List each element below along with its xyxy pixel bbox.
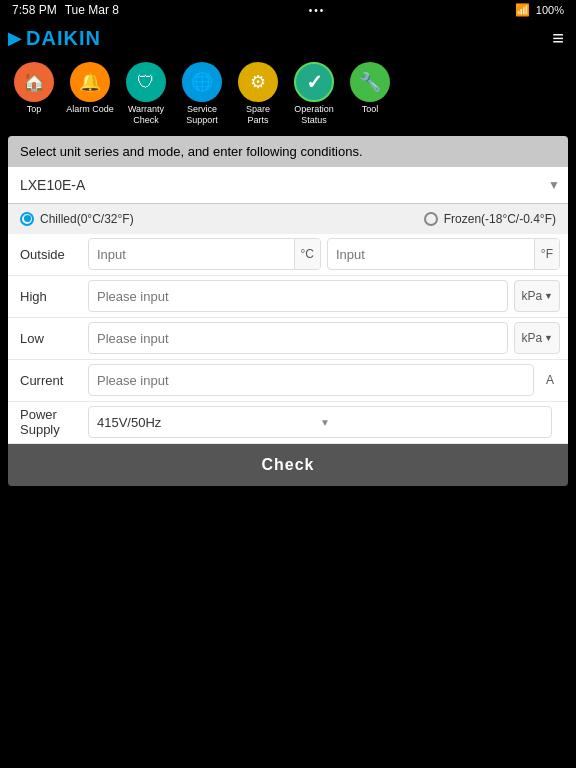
high-input[interactable] [88, 280, 508, 312]
outside-celsius-group[interactable]: °C [88, 238, 321, 270]
power-supply-select[interactable]: 415V/50Hz ▼ [88, 406, 552, 438]
outside-row: Outside °C °F [8, 234, 568, 276]
unit-selector[interactable]: LXE10E-A [16, 167, 548, 203]
app-logo: ▶ DAIKIN [8, 27, 101, 50]
outside-inputs: °C °F [88, 238, 568, 270]
logo-text: DAIKIN [26, 27, 101, 50]
nav-item-service-support[interactable]: 🌐 ServiceSupport [176, 62, 228, 126]
main-content: Select unit series and mode, and enter f… [8, 136, 568, 486]
top-icon: 🏠 [14, 62, 54, 102]
nav-label-alarm-code: Alarm Code [66, 104, 114, 115]
info-banner: Select unit series and mode, and enter f… [8, 136, 568, 167]
current-unit-label: A [540, 373, 560, 387]
high-label: High [8, 289, 88, 304]
frozen-radio[interactable] [424, 212, 438, 226]
mode-row: Chilled(0°C/32°F) Frozen(-18°C/-0.4°F) [8, 204, 568, 234]
low-unit-select[interactable]: kPa ▼ [514, 322, 560, 354]
chilled-label: Chilled(0°C/32°F) [40, 212, 134, 226]
service-support-icon: 🌐 [182, 62, 222, 102]
nav-label-top: Top [27, 104, 42, 115]
status-day: Tue Mar 8 [65, 3, 119, 17]
power-supply-label: Power Supply [8, 407, 88, 437]
chilled-mode-option[interactable]: Chilled(0°C/32°F) [20, 212, 134, 226]
low-label: Low [8, 331, 88, 346]
status-dots: ••• [309, 5, 326, 16]
nav-label-spare-parts: SpareParts [246, 104, 270, 126]
nav-label-operation-status: OperationStatus [294, 104, 334, 126]
battery-indicator: 100% [536, 4, 564, 16]
high-unit-label: kPa [521, 289, 542, 303]
frozen-label: Frozen(-18°C/-0.4°F) [444, 212, 556, 226]
outside-fahrenheit-input[interactable] [328, 243, 534, 266]
outside-fahrenheit-group[interactable]: °F [327, 238, 560, 270]
nav-item-spare-parts[interactable]: ⚙ SpareParts [232, 62, 284, 126]
wifi-icon: 📶 [515, 3, 530, 17]
celsius-unit: °C [294, 239, 320, 269]
nav-label-tool: Tool [362, 104, 379, 115]
current-input[interactable] [88, 364, 534, 396]
frozen-mode-option[interactable]: Frozen(-18°C/-0.4°F) [424, 212, 556, 226]
current-row: Current A [8, 360, 568, 402]
high-unit-arrow-icon: ▼ [544, 291, 553, 301]
high-unit-select[interactable]: kPa ▼ [514, 280, 560, 312]
spare-parts-icon: ⚙ [238, 62, 278, 102]
unit-selector-row[interactable]: LXE10E-A ▼ [8, 167, 568, 204]
outside-celsius-input[interactable] [89, 243, 294, 266]
tool-icon: 🔧 [350, 62, 390, 102]
status-time: 7:58 PM [12, 3, 57, 17]
hamburger-menu-button[interactable]: ≡ [552, 27, 564, 50]
nav-label-warranty-check: WarrantyCheck [128, 104, 164, 126]
nav-item-operation-status[interactable]: ✓ OperationStatus [288, 62, 340, 126]
low-input[interactable] [88, 322, 508, 354]
nav-item-tool[interactable]: 🔧 Tool [344, 62, 396, 115]
check-button[interactable]: Check [8, 444, 568, 486]
low-unit-arrow-icon: ▼ [544, 333, 553, 343]
high-row: High kPa ▼ [8, 276, 568, 318]
power-supply-value: 415V/50Hz [97, 415, 320, 430]
operation-status-icon: ✓ [294, 62, 334, 102]
nav-item-alarm-code[interactable]: 🔔 Alarm Code [64, 62, 116, 115]
nav-item-top[interactable]: 🏠 Top [8, 62, 60, 115]
nav-label-service-support: ServiceSupport [186, 104, 218, 126]
outside-label: Outside [8, 247, 88, 262]
nav-bar: 🏠 Top 🔔 Alarm Code 🛡 WarrantyCheck 🌐 Ser… [0, 56, 576, 132]
unit-selector-arrow-icon: ▼ [548, 178, 560, 192]
app-header: ▶ DAIKIN ≡ [0, 20, 576, 56]
logo-chevron-icon: ▶ [8, 27, 22, 49]
form-section: Outside °C °F High kPa ▼ [8, 234, 568, 444]
warranty-check-icon: 🛡 [126, 62, 166, 102]
alarm-code-icon: 🔔 [70, 62, 110, 102]
low-unit-label: kPa [521, 331, 542, 345]
power-supply-arrow-icon: ▼ [320, 417, 543, 428]
chilled-radio[interactable] [20, 212, 34, 226]
status-bar: 7:58 PM Tue Mar 8 ••• 📶 100% [0, 0, 576, 20]
current-label: Current [8, 373, 88, 388]
power-supply-row: Power Supply 415V/50Hz ▼ [8, 402, 568, 444]
low-row: Low kPa ▼ [8, 318, 568, 360]
fahrenheit-unit: °F [534, 239, 559, 269]
nav-item-warranty-check[interactable]: 🛡 WarrantyCheck [120, 62, 172, 126]
